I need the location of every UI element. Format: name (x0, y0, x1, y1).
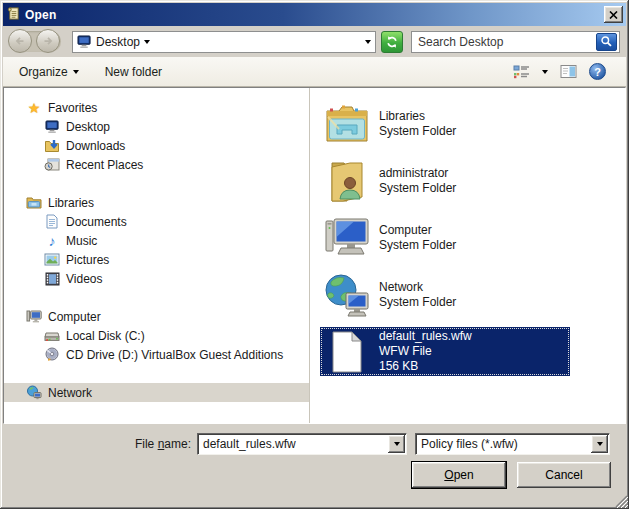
organize-label: Organize (19, 65, 68, 79)
file-name: default_rules.wfw (379, 329, 472, 344)
network-icon (26, 385, 42, 401)
search-box[interactable]: Search Desktop (411, 31, 620, 53)
open-button[interactable]: Open (412, 462, 506, 488)
user-folder-icon (324, 159, 370, 203)
network-icon (324, 273, 370, 317)
sidebar-item-cd-drive-d[interactable]: CD Drive (D:) VirtualBox Guest Additions (4, 345, 309, 364)
filetype-dropdown-button[interactable] (591, 435, 608, 453)
file-tile-administrator[interactable]: administrator System Folder (320, 156, 570, 205)
wfw-document-icon (324, 331, 370, 373)
help-icon: ? (594, 66, 601, 78)
close-button[interactable] (604, 6, 623, 23)
computer-icon (324, 217, 370, 259)
address-history-caret-icon[interactable] (365, 40, 371, 44)
videos-icon (44, 271, 60, 287)
file-type: System Folder (379, 295, 456, 310)
back-button[interactable] (8, 29, 32, 53)
file-name: Computer (379, 223, 456, 238)
sidebar-item-documents[interactable]: Documents (4, 212, 309, 231)
file-name: administrator (379, 166, 456, 181)
sidebar-item-computer[interactable]: Computer (4, 307, 309, 326)
sidebar-item-libraries[interactable]: Libraries (4, 193, 309, 212)
favorites-section: ★ Favorites Desktop Downloads (4, 98, 309, 174)
file-tile-libraries[interactable]: Libraries System Folder (320, 99, 570, 148)
resize-grip[interactable] (615, 495, 628, 508)
computer-section: Computer Local Disk (C:) CD Drive (D:) V… (4, 307, 309, 364)
address-breadcrumb[interactable]: Desktop (72, 31, 376, 53)
title-bar: Open (3, 3, 626, 26)
file-type: System Folder (379, 238, 456, 253)
new-folder-label: New folder (105, 65, 162, 79)
window-title: Open (25, 8, 600, 22)
cd-drive-icon (44, 347, 60, 363)
cancel-button[interactable]: Cancel (517, 462, 611, 488)
change-view-button[interactable] (509, 61, 534, 82)
dropdown-caret-icon (394, 442, 400, 446)
music-icon: ♪ (44, 233, 60, 249)
filetype-value[interactable]: Policy files (*.wfw) (416, 437, 591, 451)
libraries-folder-icon (324, 103, 370, 145)
file-tile-computer[interactable]: Computer System Folder (320, 213, 570, 262)
command-toolbar: Organize New folder (3, 57, 626, 87)
sidebar-item-desktop[interactable]: Desktop (4, 117, 309, 136)
preview-pane-icon (560, 64, 577, 79)
organize-caret-icon (73, 70, 79, 74)
sidebar-item-videos[interactable]: Videos (4, 269, 309, 288)
breadcrumb-caret-icon[interactable] (144, 40, 150, 44)
forward-arrow-icon (41, 34, 55, 48)
downloads-icon (44, 138, 60, 154)
organize-menu-button[interactable]: Organize (15, 62, 83, 82)
breadcrumb-location[interactable]: Desktop (96, 35, 140, 49)
desktop-icon (44, 119, 60, 135)
filename-input[interactable]: default_rules.wfw (198, 437, 388, 451)
policy-scroll-icon (6, 6, 21, 24)
navigation-bar: Desktop Search Desktop (3, 26, 626, 57)
pictures-icon (44, 252, 60, 268)
file-name: Libraries (379, 109, 456, 124)
dialog-footer: File name: default_rules.wfw Policy file… (3, 424, 626, 506)
history-buttons (8, 29, 62, 54)
sidebar-item-downloads[interactable]: Downloads (4, 136, 309, 155)
resize-grip-icon (615, 495, 628, 508)
sidebar-item-local-disk-c[interactable]: Local Disk (C:) (4, 326, 309, 345)
computer-icon (26, 309, 42, 325)
help-button[interactable]: ? (589, 63, 606, 80)
file-type: System Folder (379, 181, 456, 196)
views-dropdown-caret-icon[interactable] (542, 70, 548, 74)
file-tile-default-rules-wfw[interactable]: default_rules.wfw WFW File 156 KB (320, 327, 570, 376)
view-controls: ? (509, 61, 614, 82)
sidebar-item-music[interactable]: ♪ Music (4, 231, 309, 250)
search-button[interactable] (596, 33, 617, 51)
file-type: WFW File (379, 344, 472, 359)
forward-button[interactable] (36, 29, 60, 53)
filename-combobox[interactable]: default_rules.wfw (197, 433, 407, 455)
dropdown-caret-icon (597, 442, 603, 446)
recent-places-icon (44, 157, 60, 173)
search-input[interactable]: Search Desktop (412, 35, 596, 49)
filename-label: File name: (3, 437, 191, 451)
file-tile-network[interactable]: Network System Folder (320, 270, 570, 319)
libraries-icon (26, 195, 42, 211)
file-list: Libraries System Folder administrator Sy… (310, 88, 625, 423)
file-size: 156 KB (379, 359, 472, 374)
browse-area: ★ Favorites Desktop Downloads (3, 87, 626, 424)
refresh-button[interactable] (381, 31, 403, 53)
sidebar-item-favorites[interactable]: ★ Favorites (4, 98, 309, 117)
preview-pane-button[interactable] (556, 61, 581, 82)
search-icon (600, 35, 613, 48)
documents-icon (44, 214, 60, 230)
filetype-combobox[interactable]: Policy files (*.wfw) (415, 433, 610, 455)
close-icon (609, 11, 618, 19)
sidebar-item-pictures[interactable]: Pictures (4, 250, 309, 269)
filename-dropdown-button[interactable] (388, 435, 405, 453)
network-section: Network (4, 383, 309, 402)
sidebar-item-recent-places[interactable]: Recent Places (4, 155, 309, 174)
views-icon (513, 64, 530, 79)
refresh-icon (385, 35, 399, 49)
file-name: Network (379, 280, 456, 295)
file-type: System Folder (379, 124, 456, 139)
new-folder-button[interactable]: New folder (101, 62, 166, 82)
sidebar-item-network[interactable]: Network (4, 383, 309, 402)
open-dialog: Open (0, 0, 629, 509)
back-arrow-icon (13, 34, 27, 48)
